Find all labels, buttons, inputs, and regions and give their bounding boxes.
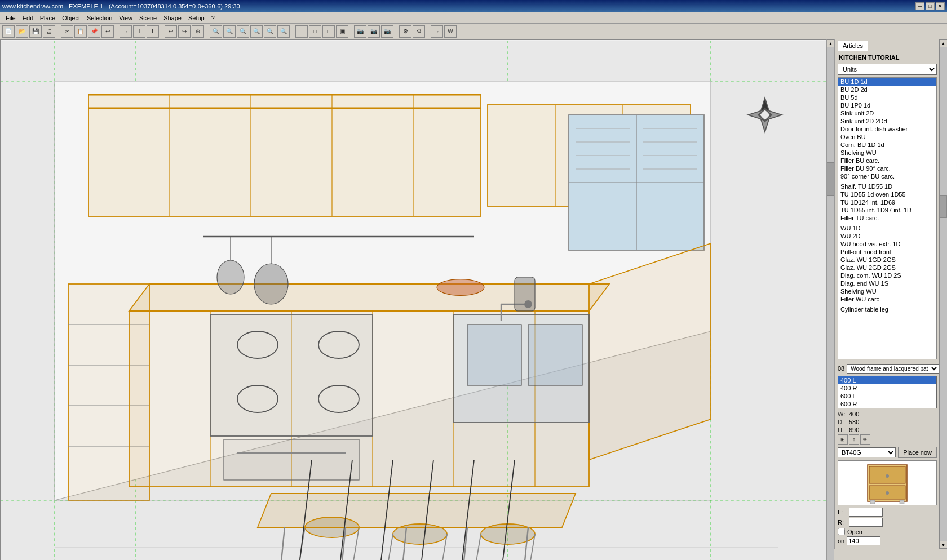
panel-scroll-up[interactable]: ▲: [940, 39, 948, 47]
toolbar-cut[interactable]: ✂: [61, 25, 73, 38]
toolbar-cam3[interactable]: 📷: [381, 25, 393, 38]
icon-btn-2[interactable]: ↕: [849, 434, 859, 445]
vscroll-track[interactable]: [827, 47, 834, 560]
open-checkbox[interactable]: [838, 528, 845, 535]
menu-view[interactable]: View: [116, 14, 136, 23]
list-item-pullout[interactable]: Pull-out hood front: [838, 248, 936, 256]
list-item-wu2d[interactable]: WU 2D: [838, 232, 936, 240]
toolbar-paste[interactable]: 📌: [88, 25, 100, 38]
toolbar-gear2[interactable]: ⚙: [413, 25, 425, 38]
list-item-diagcom[interactable]: Diag. com. WU 1D 2S: [838, 272, 936, 279]
toolbar-zoom-out[interactable]: 🔍: [223, 25, 236, 38]
l-input[interactable]: [849, 508, 883, 517]
toolbar-undo2[interactable]: ↩: [165, 25, 177, 38]
menu-selection[interactable]: Selection: [83, 14, 116, 23]
list-item-shelvingwu[interactable]: Shelving WU: [838, 149, 936, 157]
place-now-button[interactable]: Place now: [898, 447, 937, 458]
icon-btn-3[interactable]: ✏: [860, 434, 870, 445]
size-list: 400 L 400 R 600 L 600 R: [838, 376, 937, 408]
toolbar-zoom3[interactable]: 🔍: [264, 25, 276, 38]
list-item-glaz1[interactable]: Glaz. WU 1GD 2GS: [838, 256, 936, 264]
maximize-button[interactable]: □: [926, 2, 935, 10]
menu-shape[interactable]: Shape: [160, 14, 185, 23]
close-button[interactable]: ✕: [936, 2, 945, 10]
list-item-shalf[interactable]: Shalf. TU 1D55 1D: [838, 183, 936, 190]
list-item-90corner[interactable]: 90° corner BU carc.: [838, 172, 936, 180]
toolbar-open[interactable]: 📂: [16, 25, 28, 38]
list-item-glaz2[interactable]: Glaz. WU 2GD 2GS: [838, 264, 936, 272]
toolbar-w[interactable]: W: [444, 25, 457, 38]
menu-help[interactable]: ?: [208, 14, 218, 23]
toolbar-zoom-in[interactable]: 🔍: [210, 25, 222, 38]
menu-setup[interactable]: Setup: [185, 14, 208, 23]
panel-scroll-down[interactable]: ▼: [940, 541, 948, 549]
size-600l[interactable]: 600 L: [838, 392, 936, 400]
toolbar-info[interactable]: ℹ: [147, 25, 159, 38]
size-400l[interactable]: 400 L: [838, 376, 936, 384]
list-item-sink2d[interactable]: Sink unit 2D: [838, 109, 936, 117]
toolbar-sq4[interactable]: ▣: [336, 25, 348, 38]
toolbar-gear1[interactable]: ⚙: [399, 25, 411, 38]
toolbar-sq1[interactable]: □: [295, 25, 308, 38]
toolbar-export[interactable]: →: [431, 25, 443, 38]
panel-scroll-thumb[interactable]: [940, 195, 947, 218]
menu-object[interactable]: Object: [59, 14, 83, 23]
minimize-button[interactable]: ─: [915, 2, 924, 10]
list-item-bu1p0[interactable]: BU 1P0 1d: [838, 101, 936, 109]
list-item-fillerbu90[interactable]: Filler BU 90° carc.: [838, 165, 936, 172]
toolbar-copy[interactable]: 📋: [74, 25, 87, 38]
toolbar-new[interactable]: 📄: [2, 25, 15, 38]
toolbar-redo[interactable]: ↪: [178, 25, 191, 38]
toolbar-sq3[interactable]: □: [322, 25, 335, 38]
list-item-fillerbu[interactable]: Filler BU carc.: [838, 157, 936, 165]
vscroll-up-button[interactable]: ▲: [827, 39, 835, 47]
category-dropdown[interactable]: Units: [838, 64, 937, 75]
toolbar-cam2[interactable]: 📷: [368, 25, 380, 38]
canvas-area[interactable]: [0, 39, 826, 560]
menu-file[interactable]: File: [2, 14, 19, 23]
size-400r[interactable]: 400 R: [838, 384, 936, 392]
material-dropdown[interactable]: Wood frame and lacquered pat: [847, 364, 939, 374]
menu-edit[interactable]: Edit: [19, 14, 37, 23]
list-item-sink2d2d[interactable]: Sink unit 2D 2Dd: [838, 117, 936, 125]
toolbar-target[interactable]: ⊕: [192, 25, 204, 38]
menu-place[interactable]: Place: [37, 14, 59, 23]
list-item-cylinder[interactable]: Cylinder table leg: [838, 305, 936, 313]
icon-btn-1[interactable]: ⊞: [838, 434, 848, 445]
list-item-fillertu[interactable]: Filler TU carc.: [838, 214, 936, 222]
canvas-inner: ▲ ▼: [0, 39, 834, 560]
list-item-wuhood[interactable]: WU hood vis. extr. 1D: [838, 240, 936, 248]
list-item-tu1d124[interactable]: TU 1D124 int. 1D69: [838, 198, 936, 206]
list-item-bu1d[interactable]: BU 1D 1d: [838, 78, 936, 86]
toolbar-arrow[interactable]: →: [120, 25, 132, 38]
toolbar-zoom2[interactable]: 🔍: [250, 25, 263, 38]
panel-scroll-track[interactable]: [940, 47, 947, 541]
list-item-shelving2[interactable]: Shelving WU: [838, 287, 936, 295]
toolbar-sq2[interactable]: □: [309, 25, 321, 38]
vscroll-thumb[interactable]: [827, 162, 834, 196]
list-item-fillerwu[interactable]: Filler WU carc.: [838, 295, 936, 303]
toolbar-print[interactable]: 🖨: [43, 25, 55, 38]
list-item-cornbu[interactable]: Corn. BU 1D 1d: [838, 141, 936, 149]
list-item-bu5d[interactable]: BU 5d: [838, 94, 936, 101]
items-list[interactable]: BU 1D 1d BU 2D 2d BU 5d BU 1P0 1d Sink u…: [838, 77, 937, 359]
toolbar-cam1[interactable]: 📷: [354, 25, 366, 38]
list-item-diagend[interactable]: Diag. end WU 1S: [838, 279, 936, 287]
menu-scene[interactable]: Scene: [136, 14, 160, 23]
toolbar-zoom1[interactable]: 🔍: [237, 25, 249, 38]
size-600r[interactable]: 600 R: [838, 400, 936, 408]
toolbar-save[interactable]: 💾: [29, 25, 42, 38]
list-item-tu1d55int[interactable]: TU 1D55 int. 1D97 int. 1D: [838, 206, 936, 214]
articles-tab[interactable]: Articles: [838, 41, 868, 51]
list-item-ovenbu[interactable]: Oven BU: [838, 133, 936, 141]
list-item-tu1d55[interactable]: TU 1D55 1d oven 1D55: [838, 190, 936, 198]
list-item-bu2d[interactable]: BU 2D 2d: [838, 86, 936, 94]
list-item-wu1d[interactable]: WU 1D: [838, 224, 936, 232]
toolbar-undo[interactable]: ↩: [101, 25, 114, 38]
toolbar-zoom4[interactable]: 🔍: [277, 25, 290, 38]
code-dropdown[interactable]: BT40G: [838, 447, 896, 457]
on-input[interactable]: [847, 536, 880, 545]
list-item-doorint[interactable]: Door for int. dish washer: [838, 125, 936, 133]
toolbar-text[interactable]: T: [133, 25, 145, 38]
r-input[interactable]: [849, 518, 883, 527]
